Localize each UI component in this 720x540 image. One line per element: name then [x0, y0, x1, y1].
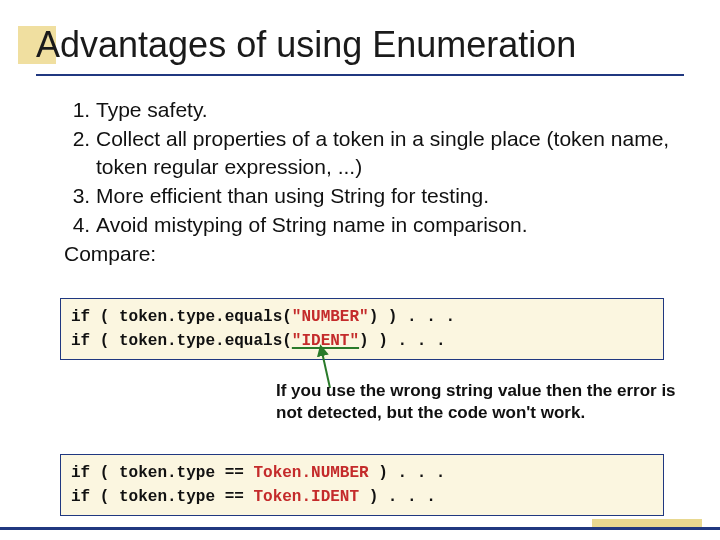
code-text: if ( token.type ==	[71, 464, 253, 482]
compare-label: Compare:	[64, 240, 670, 267]
list-item-4: Avoid mistyping of String name in compar…	[96, 211, 670, 238]
enum-ref-number: Token.NUMBER	[253, 464, 368, 482]
string-literal-ident: "IDENT"	[292, 332, 359, 350]
list-item-1: Type safety.	[96, 96, 670, 123]
code-line-1: if ( token.type == Token.NUMBER ) . . .	[71, 461, 653, 485]
list-item-2: Collect all properties of a token in a s…	[96, 125, 670, 180]
code-line-2: if ( token.type == Token.IDENT ) . . .	[71, 485, 653, 509]
footer-rule	[0, 527, 720, 530]
body-content: Type safety. Collect all properties of a…	[60, 96, 670, 268]
code-text: if ( token.type.equals(	[71, 332, 292, 350]
footer-accent	[592, 519, 702, 527]
list-item-3: More efficient than using String for tes…	[96, 182, 670, 209]
annotation-note: If you use the wrong string value then t…	[276, 380, 676, 424]
enum-ref-ident: Token.IDENT	[253, 488, 359, 506]
code-line-2: if ( token.type.equals("IDENT") ) . . .	[71, 329, 653, 353]
code-block-string-compare: if ( token.type.equals("NUMBER") ) . . .…	[60, 298, 664, 360]
code-line-1: if ( token.type.equals("NUMBER") ) . . .	[71, 305, 653, 329]
code-text: ) . . .	[369, 464, 446, 482]
code-block-enum-compare: if ( token.type == Token.NUMBER ) . . . …	[60, 454, 664, 516]
code-text: if ( token.type ==	[71, 488, 253, 506]
code-text: ) ) . . .	[369, 308, 455, 326]
code-text: ) . . .	[359, 488, 436, 506]
string-literal-number: "NUMBER"	[292, 308, 369, 326]
code-text: ) ) . . .	[359, 332, 445, 350]
code-text: if ( token.type.equals(	[71, 308, 292, 326]
title-underline	[36, 74, 684, 76]
slide-title: Advantages of using Enumeration	[36, 24, 576, 66]
